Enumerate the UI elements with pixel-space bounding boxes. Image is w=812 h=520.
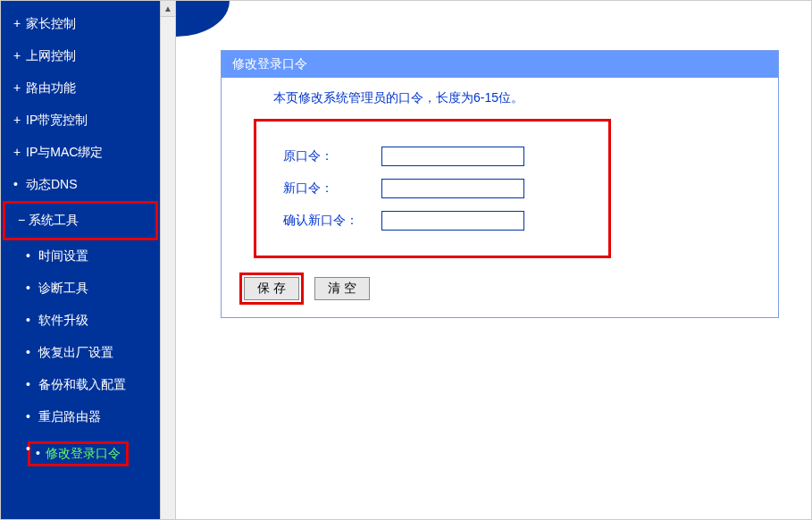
sidebar-item-reboot[interactable]: 重启路由器 <box>1 401 160 433</box>
sidebar-item-factory-reset[interactable]: 恢复出厂设置 <box>1 337 160 369</box>
panel-instruction: 本页修改系统管理员的口令，长度为6-15位。 <box>273 90 762 106</box>
main-content: 修改登录口令 本页修改系统管理员的口令，长度为6-15位。 原口令： 新口令： <box>176 1 811 519</box>
sidebar-item-system-tools[interactable]: 系统工具 <box>5 205 155 237</box>
old-password-label: 原口令： <box>283 148 381 164</box>
sidebar-item-parental-control[interactable]: 家长控制 <box>1 8 160 40</box>
sidebar-item-change-password[interactable]: 修改登录口令 <box>46 446 121 460</box>
sidebar-scrollbar[interactable]: ▲ <box>160 1 176 519</box>
sidebar-item-bandwidth[interactable]: IP带宽控制 <box>1 105 160 137</box>
sidebar-item-diagnostics[interactable]: 诊断工具 <box>1 273 160 305</box>
sidebar-item-time-settings[interactable]: 时间设置 <box>1 240 160 273</box>
sidebar-item-routing[interactable]: 路由功能 <box>1 72 160 105</box>
highlight-box-save: 保 存 <box>239 273 304 305</box>
highlight-box-form: 原口令： 新口令： 确认新口令： <box>254 119 611 258</box>
new-password-input[interactable] <box>381 179 524 198</box>
sidebar-item-internet-control[interactable]: 上网控制 <box>1 40 160 72</box>
sidebar: 家长控制 上网控制 路由功能 IP带宽控制 IP与MAC绑定 动态DNS 系统工… <box>1 1 160 519</box>
confirm-password-label: 确认新口令： <box>283 213 381 229</box>
old-password-input[interactable] <box>381 147 524 166</box>
sidebar-item-ddns[interactable]: 动态DNS <box>1 169 160 201</box>
confirm-password-input[interactable] <box>381 211 524 231</box>
panel-title: 修改登录口令 <box>222 51 778 78</box>
clear-button[interactable]: 清 空 <box>314 277 370 300</box>
highlight-box-system-tools: 系统工具 <box>3 201 158 240</box>
sidebar-item-ip-mac-binding[interactable]: IP与MAC绑定 <box>1 137 160 169</box>
scroll-up-icon[interactable]: ▲ <box>161 1 175 17</box>
highlight-box-change-password: •修改登录口令 <box>28 441 129 466</box>
sidebar-item-change-password-wrap: •修改登录口令 <box>1 433 160 474</box>
change-password-panel: 修改登录口令 本页修改系统管理员的口令，长度为6-15位。 原口令： 新口令： <box>221 50 779 318</box>
sidebar-item-firmware-upgrade[interactable]: 软件升级 <box>1 305 160 337</box>
new-password-label: 新口令： <box>283 180 381 197</box>
sidebar-item-backup-restore[interactable]: 备份和载入配置 <box>1 369 160 401</box>
save-button[interactable]: 保 存 <box>244 277 299 300</box>
bullet-icon: • <box>36 446 40 460</box>
